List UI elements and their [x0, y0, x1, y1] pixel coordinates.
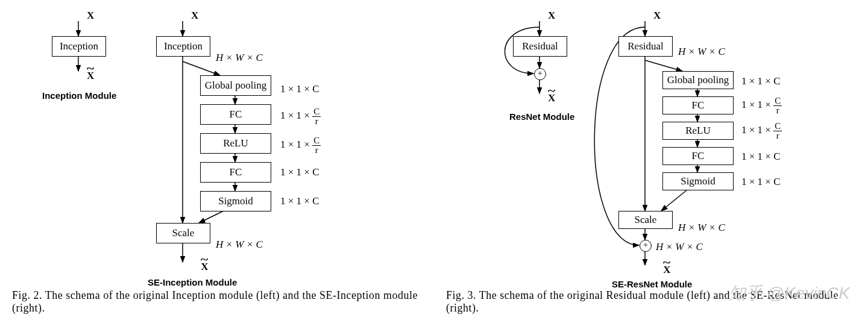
- fig3-dim6: H × W × C: [678, 222, 725, 234]
- fig2-dim4: 1 × 1 × C: [280, 166, 319, 178]
- fig2-right-title: SE-Inception Module: [148, 277, 237, 287]
- fig3-r-scale: Scale: [618, 211, 673, 229]
- fig2-left-title: Inception Module: [42, 90, 116, 101]
- fig3-left-output: X: [548, 92, 555, 104]
- fig2-r-scale: Scale: [156, 223, 210, 243]
- fig3-r-fc2: FC: [662, 147, 734, 165]
- fig3-right-output: X: [663, 264, 670, 275]
- fig2-r-relu: ReLU: [200, 133, 271, 154]
- fig3-left-title: ResNet Module: [509, 111, 574, 122]
- figure-2: X Inception X Inception Module X Incepti…: [12, 6, 422, 315]
- fig3-r-gp: Global pooling: [662, 71, 734, 89]
- fig2-diagram: X Inception X Inception Module X Incepti…: [12, 6, 422, 289]
- fig2-dim2: 1 × 1 × Cr: [280, 107, 321, 126]
- fig3-right-add-icon: +: [640, 240, 652, 252]
- fig3-left-block: Residual: [513, 36, 567, 57]
- fig3-dim2: 1 × 1 × Cr: [741, 96, 782, 115]
- fig3-r-fc1: FC: [662, 96, 734, 114]
- fig3-dim4: 1 × 1 × C: [741, 151, 781, 163]
- fig2-dim6: H × W × C: [216, 239, 263, 251]
- fig3-diagram: X Residual + X ResNet Module X Residual …: [446, 6, 856, 289]
- fig2-r-fc2: FC: [200, 162, 271, 183]
- fig2-dim3: 1 × 1 × Cr: [280, 136, 321, 155]
- svg-line-18: [645, 60, 682, 71]
- svg-line-5: [183, 61, 220, 75]
- fig3-r-relu: ReLU: [662, 122, 734, 140]
- fig2-left-input: X: [87, 10, 94, 22]
- fig2-dim1: 1 × 1 × C: [280, 83, 319, 95]
- fig3-dim5: 1 × 1 × C: [741, 176, 781, 188]
- fig3-r-res: Residual: [618, 36, 673, 57]
- fig3-right-title: SE-ResNet Module: [612, 279, 692, 289]
- fig3-dim3: 1 × 1 × Cr: [741, 122, 782, 140]
- fig3-left-input: X: [548, 10, 555, 22]
- svg-line-10: [199, 210, 226, 223]
- fig2-r-inception: Inception: [156, 36, 210, 57]
- fig3-r-sig: Sigmoid: [662, 172, 734, 190]
- fig2-right-output: X: [201, 261, 208, 272]
- fig2-caption: Fig. 2. The schema of the original Incep…: [12, 289, 422, 315]
- fig3-left-add-icon: +: [534, 68, 546, 80]
- fig2-r-gp: Global pooling: [200, 75, 271, 96]
- fig2-r-sig: Sigmoid: [200, 191, 271, 211]
- watermark: 知乎 @KevinCK: [729, 282, 850, 305]
- fig2-r-fc1: FC: [200, 104, 271, 125]
- fig2-left-output: X: [87, 70, 94, 81]
- fig3-right-input: X: [653, 10, 661, 22]
- fig3-dim0: H × W × C: [678, 46, 725, 58]
- fig3-dim1: 1 × 1 × C: [741, 75, 781, 87]
- figure-3: X Residual + X ResNet Module X Residual …: [446, 6, 856, 315]
- fig2-dim0: H × W × C: [216, 52, 263, 64]
- svg-line-23: [661, 190, 687, 211]
- fig2-dim5: 1 × 1 × C: [280, 195, 319, 207]
- fig2-left-block: Inception: [52, 36, 106, 57]
- fig2-right-input: X: [191, 10, 198, 22]
- fig3-plus-dim: H × W × C: [656, 241, 703, 253]
